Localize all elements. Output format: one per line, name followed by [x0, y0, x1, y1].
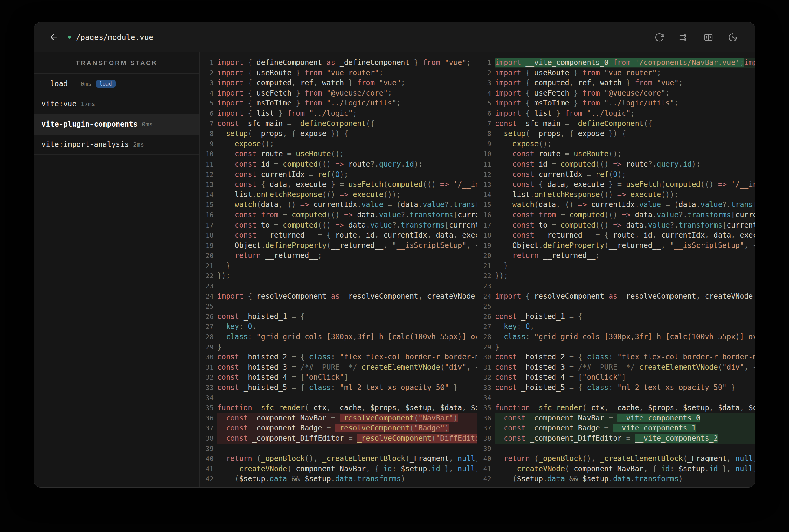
code-token: /*#__PURE__*/ [300, 363, 357, 372]
code-token: const [513, 160, 534, 168]
code-line: 29} [477, 342, 755, 353]
code-token: const [235, 150, 257, 158]
line-number: 28 [477, 332, 491, 342]
code-token: } [296, 69, 300, 77]
code-token: , [569, 79, 574, 87]
code-token: "vue" [657, 79, 679, 87]
line-number: 41 [200, 464, 214, 474]
code-line: 6import { list } from "../logic"; [200, 109, 477, 119]
code-token: id [432, 464, 440, 473]
code-token: ?. [370, 160, 379, 168]
code-token: = [318, 231, 322, 240]
code-token: : [609, 353, 613, 361]
code-line: 4import { useFetch } from "@vueuse/core"… [477, 88, 755, 98]
code-token: ( [661, 190, 665, 199]
code-token: & [569, 475, 574, 483]
code-token: useFetch [349, 180, 384, 189]
code-token: ) [340, 170, 344, 179]
code-token: . [643, 221, 648, 229]
code-token: list [513, 190, 530, 199]
code-token: computed [569, 211, 604, 219]
line-number: 11 [200, 159, 214, 170]
code-token: key [504, 322, 517, 331]
code-token: key [226, 322, 239, 331]
code-token: ) [265, 140, 270, 148]
line-number: 21 [200, 261, 214, 271]
code-token: ; [270, 140, 274, 148]
code-token: resolveComponent [257, 292, 327, 301]
sidebar-item-vite-plugin-components[interactable]: vite-plugin-components 0ms [34, 114, 199, 134]
code-token: } [504, 262, 508, 270]
code-token: from [287, 109, 305, 118]
diff-pane-before[interactable]: 1import { defineComponent as _defineComp… [200, 52, 477, 488]
sidebar-item-vite-vue[interactable]: vite:vue 17ms [34, 94, 199, 114]
code-token: ( [643, 119, 648, 128]
code-token: _hoisted_2 [521, 353, 565, 361]
sidebar-item-vite-import-analysis[interactable]: vite:import-analysis 2ms [34, 134, 199, 155]
code-token: data [613, 475, 630, 483]
code-line: 20 return __returned__; [200, 251, 477, 261]
code-line: 9 expose(); [200, 139, 477, 149]
code-text: } [217, 342, 477, 353]
code-line: 28 class: "grid grid-cols-[300px,3fr] h-… [200, 332, 477, 342]
arrow-left-icon [49, 32, 59, 42]
code-token: => [344, 211, 353, 219]
code-token: value [648, 221, 670, 229]
code-text: function _sfc_render(_ctx, _cache, $prop… [217, 403, 477, 413]
code-line: 37 const _component_Badge = _resolveComp… [200, 423, 477, 434]
dark-mode-button[interactable] [727, 31, 739, 43]
code-token: = [292, 353, 296, 361]
code-token: "../logic/utils" [327, 99, 396, 107]
line-number: 20 [200, 251, 214, 261]
diff-editor: 1import { defineComponent as _defineComp… [200, 52, 755, 488]
line-number: 19 [477, 241, 491, 251]
sidebar-item-load[interactable]: __load__ 0ms load [34, 74, 199, 94]
code-token: , [357, 231, 361, 240]
code-token: ( [600, 190, 604, 199]
code-token: _sfc_render [257, 403, 305, 412]
code-token: transforms [679, 221, 722, 229]
code-text: const _hoisted_2 = { class: "flex flex-c… [217, 352, 477, 362]
code-token: ( [257, 201, 261, 209]
code-text [217, 301, 477, 312]
code-token: '/components/NavBar.vue' [635, 58, 740, 67]
code-token: ) [692, 160, 696, 168]
code-text: }); [217, 271, 477, 281]
code-token: ( [440, 363, 444, 372]
code-token: , [705, 231, 709, 240]
back-button[interactable] [46, 30, 61, 45]
code-token: import [495, 58, 521, 67]
code-token: , [432, 403, 436, 412]
code-token: ) [665, 190, 670, 199]
code-token: , [744, 363, 749, 372]
code-token: transforms [401, 221, 445, 229]
code-token: ; [379, 69, 383, 77]
code-token: ) [453, 414, 457, 422]
line-number: 13 [200, 179, 214, 190]
code-token: = [388, 201, 392, 209]
inline-diff-button[interactable] [678, 31, 690, 43]
code-token: route [335, 231, 357, 240]
code-token: currentIdx [727, 221, 755, 229]
code-token: } [217, 271, 221, 280]
code-token: Object [235, 241, 261, 250]
code-token: ( [383, 190, 388, 199]
code-token: ?. [648, 160, 657, 168]
code-token: from [565, 109, 582, 118]
code-token: ( [396, 201, 401, 209]
code-token: onFetchResponse [534, 190, 600, 199]
line-number: 27 [477, 322, 491, 332]
diff-pane-after[interactable]: 1import __vite_components_0 from '/compo… [477, 52, 755, 488]
side-by-side-button[interactable] [702, 31, 715, 43]
code-text: key: 0, [495, 322, 755, 332]
refresh-button[interactable] [653, 31, 665, 43]
code-token: "ml-2 text-xs opacity-50" [340, 383, 449, 392]
diff-word-del: _resolveComponent("Badge") [335, 424, 449, 432]
code-line: 29} [200, 342, 477, 353]
code-token: , [744, 241, 749, 250]
code-text: const id = computed(() => route?.query.i… [217, 159, 477, 170]
code-token: $setup [582, 475, 609, 483]
line-number: 36 [477, 413, 491, 423]
line-number: 12 [200, 170, 214, 180]
code-token: = [595, 231, 600, 240]
